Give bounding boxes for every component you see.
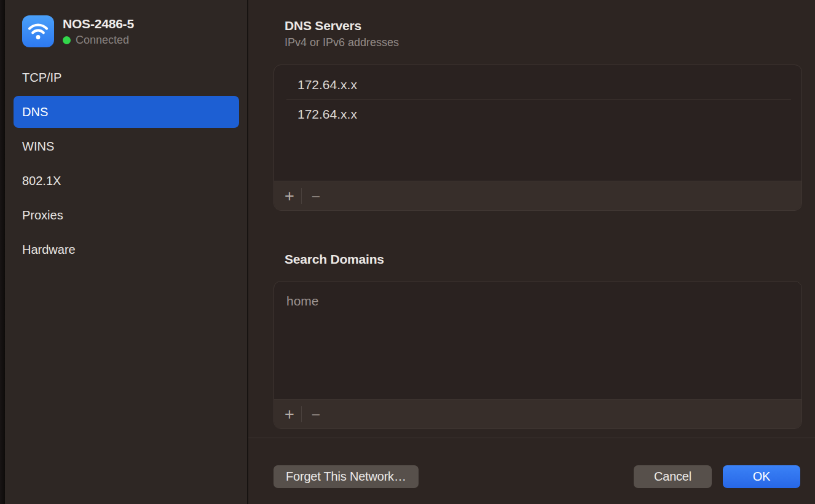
add-dns-server-button[interactable]: + [278,181,301,211]
sidebar-item-hardware[interactable]: Hardware [14,234,239,266]
network-name: NOS-2486-5 [63,17,134,31]
dialog-actions: Forget This Network… Cancel OK [274,465,800,488]
dns-servers-list: 172.64.x.x 172.64.x.x [274,65,801,181]
search-domains-list: home [274,282,801,399]
search-domains-toolbar: + − [274,399,801,428]
network-status: Connected [63,34,134,47]
sidebar-item-label: WINS [22,140,54,154]
forget-network-button[interactable]: Forget This Network… [274,465,419,488]
sidebar-item-label: Proxies [22,208,63,222]
dns-servers-title: DNS Servers [285,18,399,33]
dns-servers-toolbar: + − [274,181,801,210]
dns-settings-pane: DNS Servers IPv4 or IPv6 addresses 172.6… [248,0,815,504]
settings-nav: TCP/IP DNS WINS 802.1X Proxies Hardware [14,61,239,268]
window-edge-strip [0,0,5,504]
connected-status-label: Connected [76,34,129,47]
network-header: NOS-2486-5 Connected [22,15,134,47]
search-domain-row[interactable]: home [274,286,801,315]
footer-divider [248,438,815,438]
ok-button[interactable]: OK [723,465,800,488]
search-domains-listbox: home + − [274,281,802,429]
cancel-button[interactable]: Cancel [634,465,712,488]
add-search-domain-button[interactable]: + [278,400,301,429]
dns-server-row[interactable]: 172.64.x.x [274,100,801,128]
connected-status-dot [63,36,71,44]
sidebar-item-wins[interactable]: WINS [14,130,239,162]
sidebar-item-proxies[interactable]: Proxies [14,199,239,231]
search-domains-title: Search Domains [285,251,384,267]
dns-server-row[interactable]: 172.64.x.x [274,70,801,99]
dns-servers-listbox: 172.64.x.x 172.64.x.x + − [274,65,802,211]
dns-servers-subtitle: IPv4 or IPv6 addresses [285,36,399,49]
remove-dns-server-button[interactable]: − [302,181,330,211]
network-details-sidebar: NOS-2486-5 Connected TCP/IP DNS WINS 802… [5,0,247,504]
dns-servers-header: DNS Servers IPv4 or IPv6 addresses [285,18,399,49]
remove-search-domain-button[interactable]: − [302,400,330,429]
sidebar-item-dns[interactable]: DNS [14,96,239,128]
sidebar-item-label: Hardware [22,243,76,257]
wifi-icon [22,15,54,47]
network-info: NOS-2486-5 Connected [63,17,134,47]
sidebar-item-label: DNS [22,105,48,119]
sidebar-item-8021x[interactable]: 802.1X [14,165,239,197]
sidebar-item-tcpip[interactable]: TCP/IP [14,61,239,93]
sidebar-item-label: 802.1X [22,174,61,188]
sidebar-item-label: TCP/IP [22,71,61,85]
search-domains-header: Search Domains [285,251,384,267]
